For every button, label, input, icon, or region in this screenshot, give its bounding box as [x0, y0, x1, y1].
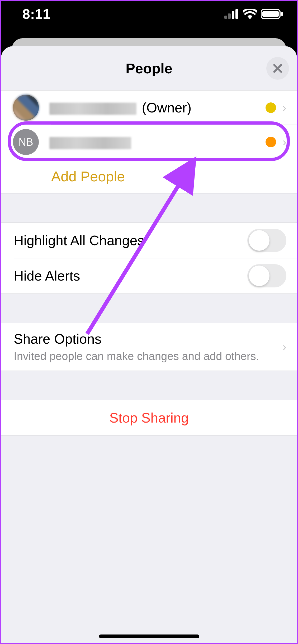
person-name: (Owner)	[49, 100, 266, 116]
person-row-owner[interactable]: (Owner) ›	[1, 91, 297, 125]
hide-alerts-toggle[interactable]	[247, 264, 286, 287]
svg-rect-2	[232, 11, 234, 19]
person-row[interactable]: NB ›	[1, 125, 297, 159]
share-options-row[interactable]: Share Options Invited people can make ch…	[1, 323, 297, 371]
highlight-changes-toggle[interactable]	[247, 229, 286, 252]
svg-rect-3	[235, 9, 238, 19]
status-bar: 8:11	[0, 0, 298, 38]
status-time: 8:11	[22, 6, 50, 22]
home-indicator	[99, 634, 199, 638]
add-people-row[interactable]: Add People	[1, 159, 297, 193]
chevron-right-icon: ›	[282, 135, 286, 149]
battery-icon	[261, 9, 283, 19]
avatar	[13, 95, 39, 121]
stop-sharing-label: Stop Sharing	[109, 410, 189, 426]
close-button[interactable]	[266, 57, 289, 80]
stop-sharing-row[interactable]: Stop Sharing	[1, 400, 297, 435]
people-sheet: People (Owner) › NB › Add People Highl	[1, 46, 297, 643]
person-name	[49, 134, 266, 150]
status-icons	[224, 9, 283, 19]
owner-suffix: (Owner)	[142, 100, 191, 115]
hide-alerts-row: Hide Alerts	[1, 258, 297, 294]
share-options-title: Share Options	[14, 331, 259, 347]
svg-rect-5	[262, 11, 279, 17]
sheet-header: People	[1, 46, 297, 91]
add-people-label: Add People	[51, 168, 125, 184]
status-dot	[266, 102, 276, 113]
cellular-icon	[224, 9, 239, 19]
svg-rect-6	[281, 12, 283, 16]
hide-alerts-label: Hide Alerts	[14, 268, 80, 284]
avatar: NB	[13, 129, 39, 155]
status-dot	[266, 137, 276, 147]
share-options-subtitle: Invited people can make changes and add …	[14, 350, 259, 363]
highlight-changes-row: Highlight All Changes	[1, 222, 297, 258]
wifi-icon	[243, 9, 257, 19]
svg-rect-1	[228, 13, 231, 19]
highlight-changes-label: Highlight All Changes	[14, 233, 144, 248]
svg-rect-0	[224, 16, 227, 19]
close-icon	[273, 63, 283, 73]
chevron-right-icon: ›	[282, 101, 286, 114]
page-title: People	[126, 60, 172, 77]
chevron-right-icon: ›	[282, 340, 286, 353]
